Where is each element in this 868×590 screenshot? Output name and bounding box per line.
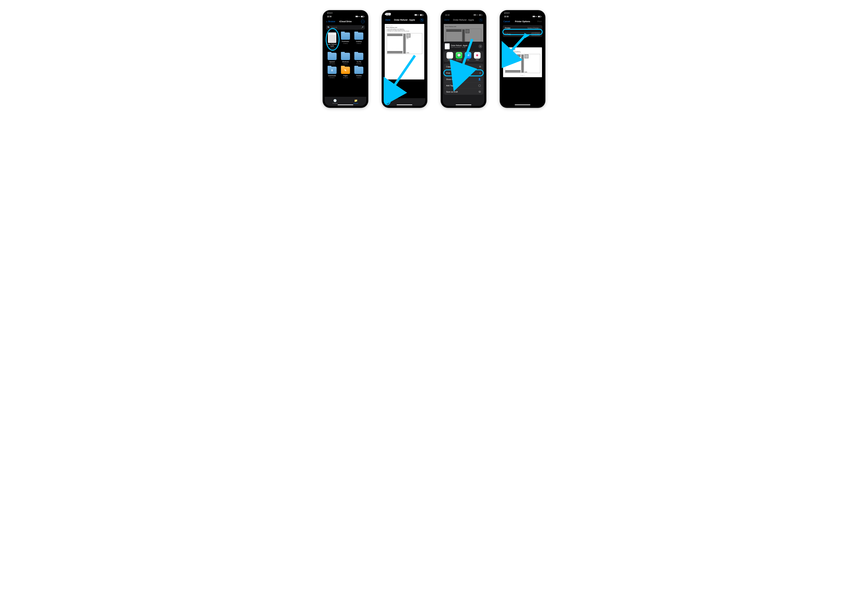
- folder-downloads[interactable]: ⬇ Downloads 18 items: [325, 66, 339, 79]
- more-button[interactable]: ⋯: [361, 20, 365, 23]
- app-label: Slack: [476, 59, 478, 60]
- folder-icon: [341, 53, 350, 60]
- pen-icon: ✎: [341, 66, 350, 74]
- action-add-tags[interactable]: Add Tags ◯: [444, 82, 483, 88]
- folder-icon: [354, 53, 363, 60]
- folder-icon: ⬇: [328, 66, 337, 74]
- status-time: 12:16: [327, 16, 332, 18]
- action-label: Copy: [446, 66, 451, 68]
- action-label: Add Tags: [446, 84, 454, 87]
- share-actions: Copy ⧉ Print ⎙ Share File in iCloud 👤 Ad…: [444, 63, 483, 95]
- folder-meta: 0 items: [343, 43, 348, 44]
- action-print[interactable]: Print ⎙: [444, 70, 483, 76]
- print-preview[interactable]: Return Shipping Label Cut this label and…: [503, 47, 542, 77]
- folder-tofile[interactable]: To File 36 items: [352, 52, 366, 65]
- folder-icon: [354, 32, 363, 40]
- folder-name: Shortcuts: [342, 61, 349, 63]
- wifi-icon: ᯤ: [536, 16, 537, 18]
- status-bar: 12:16 ᯤ: [502, 14, 543, 19]
- stepper-plus[interactable]: +: [536, 32, 540, 36]
- share-app-airdrop[interactable]: ◎ AirDrop: [446, 52, 454, 60]
- close-button[interactable]: ✕: [478, 44, 482, 48]
- document-page: Order Refund - Apple Return Shipping Lab…: [385, 24, 424, 80]
- doc-step: Visit FedEx.com to schedule a pickup or …: [387, 31, 423, 32]
- shipping-label: FROMAPPLE FedEx: [387, 33, 422, 54]
- printer-row[interactable]: Printer Select Printer ›: [503, 25, 542, 31]
- app-label: AirDrop: [448, 59, 452, 60]
- tab-label: Browse: [354, 103, 358, 104]
- printer-options-list: Printer Select Printer › 1 Copy − +: [503, 25, 542, 37]
- action-save-draft[interactable]: Save as Draft Ⓦ: [444, 88, 483, 95]
- folder-name: Preview: [356, 75, 362, 77]
- search-bar[interactable]: 🔍 🎤: [326, 25, 365, 30]
- folder-meta: 36 items: [356, 63, 362, 65]
- file-grid: Order Refund - Apple 10:33 AM 74 KB Pixe…: [325, 30, 366, 81]
- messages-icon: 💬: [456, 52, 462, 59]
- sheet-header: Order Refund - Apple PDF Document · 74 K…: [443, 42, 484, 51]
- home-indicator[interactable]: [456, 105, 471, 105]
- file-item-order-refund[interactable]: Order Refund - Apple 10:33 AM 74 KB: [325, 32, 339, 52]
- stepper-minus[interactable]: −: [531, 32, 536, 36]
- share-app-slack[interactable]: ✱ Slack: [474, 52, 481, 60]
- folder-byword[interactable]: Byword 145 items: [325, 52, 339, 65]
- folder-name: Desktop: [356, 41, 362, 43]
- folder-pages[interactable]: ✎ Pages 19 items: [339, 66, 352, 79]
- markup-button[interactable]: ✎: [479, 18, 483, 22]
- signal-icon: [533, 16, 535, 17]
- signal-icon: [356, 16, 358, 17]
- wifi-icon: ᯤ: [418, 14, 419, 16]
- share-app-mail[interactable]: ✉ Mail: [464, 52, 472, 60]
- home-indicator[interactable]: [338, 105, 353, 105]
- copies-stepper[interactable]: − +: [531, 32, 540, 36]
- file-size: 74 KB: [330, 49, 334, 51]
- markup-button[interactable]: ✎: [420, 18, 424, 22]
- battery-icon: [361, 16, 364, 17]
- document-icon: [328, 32, 336, 43]
- mail-icon: ✉: [465, 52, 471, 59]
- folder-name: Downloads: [328, 75, 336, 77]
- folder-name: Pixelmator: [342, 41, 349, 43]
- copies-row: 1 Copy − +: [503, 31, 542, 37]
- action-label: Print: [446, 72, 450, 74]
- share-button[interactable]: [386, 100, 389, 104]
- folder-shortcuts[interactable]: Shortcuts 0 items: [339, 52, 352, 65]
- home-indicator[interactable]: [397, 105, 412, 105]
- folder-meta: 3 items: [357, 77, 361, 79]
- folder-icon: [354, 66, 363, 74]
- doc-heading: Return Shipping Label: [386, 27, 423, 28]
- mic-icon[interactable]: 🎤: [361, 27, 363, 29]
- share-sheet: Order Refund - Apple PDF Document · 74 K…: [443, 42, 484, 106]
- printer-options-screen: Search 12:16 ᯤ Cancel Printer Options Pr…: [502, 12, 543, 106]
- doc-heading: Return Shipping Label: [445, 26, 482, 27]
- done-button[interactable]: Done: [385, 19, 390, 21]
- nav-bar: Cancel Printer Options Print: [502, 19, 543, 25]
- share-apps-row[interactable]: ◎ AirDrop 💬 Messages ✉ Mail ✱ Slack: [444, 51, 483, 62]
- share-app-messages[interactable]: 💬 Messages: [455, 52, 463, 60]
- document-viewer[interactable]: 1 of 1 Order Refund - Apple Return Shipp…: [384, 23, 425, 98]
- folder-pixelmator[interactable]: Pixelmator 0 items: [339, 32, 352, 52]
- home-indicator[interactable]: [515, 105, 530, 105]
- shipping-label: FedEx: [505, 54, 540, 73]
- folder-preview[interactable]: Preview 3 items: [352, 66, 366, 79]
- phone-1: Search 12:16 ᯤ Browse iCloud Drive ⋯ 🔍 🎤: [323, 10, 368, 108]
- folder-desktop[interactable]: Desktop 0 items: [352, 32, 366, 52]
- signal-icon: [474, 14, 476, 16]
- folder-icon: [341, 32, 350, 40]
- pages-icon: ✎: [341, 66, 350, 74]
- copy-icon: ⧉: [479, 65, 481, 68]
- printer-value: Select Printer: [527, 27, 539, 29]
- back-button[interactable]: Browse: [326, 20, 335, 23]
- file-name: Order Refund - Apple: [326, 44, 338, 47]
- wifi-icon: ᯤ: [477, 14, 478, 16]
- cancel-button[interactable]: Cancel: [503, 20, 510, 23]
- barcode-icon: [387, 34, 402, 36]
- file-time: 10:33 AM: [329, 47, 335, 49]
- search-icon: 🔍: [328, 26, 330, 29]
- print-button: Print: [537, 20, 542, 23]
- done-button[interactable]: Done: [444, 19, 449, 21]
- share-sheet-screen: 12:16 ᯤ Done Order Refund - Apple ✎ Retu…: [443, 12, 484, 106]
- action-copy[interactable]: Copy ⧉: [444, 63, 483, 70]
- search-input[interactable]: [331, 27, 360, 28]
- sheet-title: Order Refund - Apple: [451, 44, 477, 47]
- action-share-icloud[interactable]: Share File in iCloud 👤: [444, 76, 483, 82]
